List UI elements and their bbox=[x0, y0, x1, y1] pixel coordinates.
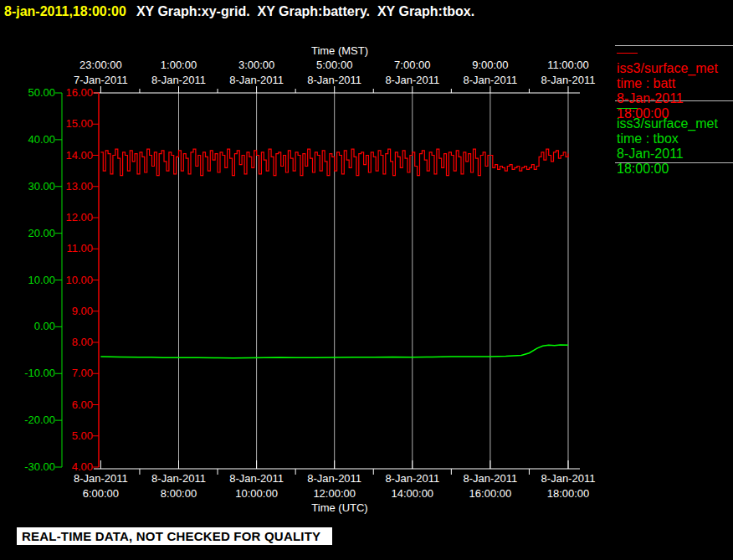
green-line-sample-icon bbox=[617, 108, 638, 109]
red-line-sample-icon bbox=[617, 53, 638, 54]
legend-source: iss3/surface_met bbox=[617, 61, 718, 75]
quality-notice-text: REAL-TIME DATA, NOT CHECKED FOR QUALITY bbox=[22, 529, 320, 543]
quality-notice-banner: REAL-TIME DATA, NOT CHECKED FOR QUALITY bbox=[17, 527, 332, 545]
legend-entry-tbox: iss3/surface_met time : tbox 8-Jan-2011 … bbox=[617, 101, 733, 177]
legend-source: iss3/surface_met bbox=[617, 116, 718, 131]
legend-source-line: iss3/surface_met bbox=[617, 46, 733, 76]
legend-time: 18:00:00 bbox=[617, 162, 733, 177]
xy-graph-window: 8-jan-2011,18:00:00XY Graph:xy-grid. XY … bbox=[0, 0, 733, 560]
legend-source-line: iss3/surface_met bbox=[617, 101, 733, 131]
legend-field: time : batt bbox=[617, 76, 733, 91]
legend-field: time : tbox bbox=[617, 131, 733, 146]
legend-date: 8-Jan-2011 bbox=[617, 146, 733, 162]
